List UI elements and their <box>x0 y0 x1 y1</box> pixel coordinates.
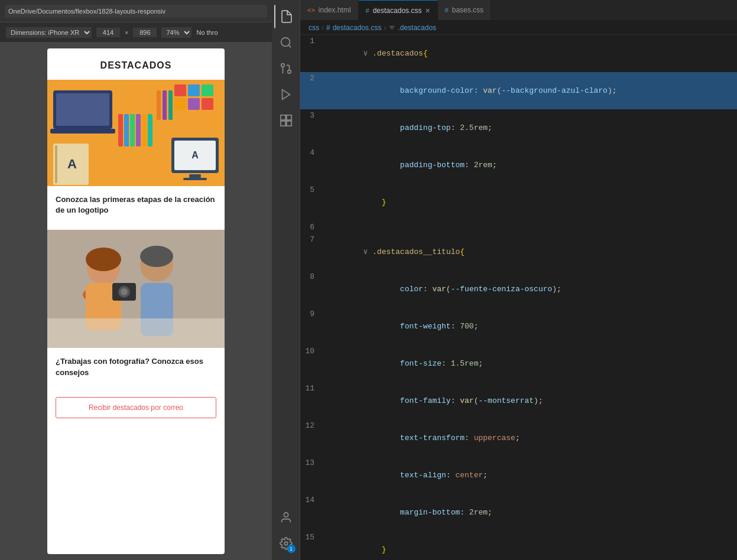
device-bar: Dimensions: iPhone XR × 74% No thro <box>0 22 272 43</box>
svg-text:A: A <box>67 157 77 171</box>
breadcrumb-file: destacados.css <box>333 24 382 32</box>
svg-rect-11 <box>163 90 167 120</box>
card1-text: Conozca las primeras etapas de la creaci… <box>47 186 225 220</box>
times-label: × <box>125 29 128 36</box>
code-line: 7 ∨ .destacados__titulo{ <box>300 233 737 271</box>
code-line: 11 font-family: var(--montserrat); <box>300 382 737 419</box>
breadcrumb-selector: .destacados <box>398 24 436 32</box>
svg-rect-16 <box>174 98 186 110</box>
svg-rect-9 <box>148 114 152 146</box>
svg-rect-2 <box>56 93 109 126</box>
breadcrumb-hash: # <box>326 24 330 32</box>
svg-point-50 <box>284 513 288 517</box>
svg-rect-23 <box>183 178 207 180</box>
html-icon: <> <box>307 6 315 14</box>
throttle-label: No thro <box>196 29 217 36</box>
svg-rect-48 <box>280 121 285 126</box>
svg-point-51 <box>284 542 288 545</box>
svg-point-40 <box>281 38 290 47</box>
left-panel: Dimensions: iPhone XR × 74% No thro DEST… <box>0 0 272 560</box>
code-line: 14 margin-bottom: 2rem; <box>300 494 737 531</box>
svg-rect-7 <box>136 114 141 146</box>
card1-image: A A <box>47 80 225 186</box>
code-line-highlighted: 2 background-color: var(--background-azu… <box>300 72 737 109</box>
svg-rect-5 <box>124 114 129 146</box>
breadcrumb-css: css <box>309 24 319 32</box>
subscribe-button[interactable]: Recibir destacados por correo <box>56 397 216 418</box>
settings-badge: 1 <box>287 545 296 553</box>
svg-rect-18 <box>202 98 213 110</box>
breadcrumb: css › # destacados.css › .destacados <box>300 21 737 35</box>
code-line: 10 font-size: 1.5rem; <box>300 345 737 382</box>
code-line: 15 } <box>300 531 737 560</box>
device-select[interactable]: Dimensions: iPhone XR <box>6 27 92 38</box>
preview-area: DESTACADOS <box>0 43 272 560</box>
svg-rect-14 <box>188 84 200 96</box>
code-line: 8 color: var(--fuente-ceniza-oscuro); <box>300 271 737 308</box>
code-editor[interactable]: 1 ∨ .destacados{ 2 background-color: var… <box>300 35 737 560</box>
svg-rect-46 <box>280 115 285 120</box>
files-icon[interactable] <box>274 5 298 28</box>
code-line: 5 } <box>300 184 737 221</box>
preview-title: DESTACADOS <box>47 48 225 80</box>
card2-illustration <box>47 230 225 348</box>
svg-rect-39 <box>47 318 225 348</box>
code-line: 9 font-weight: 700; <box>300 308 737 345</box>
extensions-icon[interactable] <box>274 109 298 132</box>
svg-point-43 <box>281 64 284 67</box>
activity-bar: 1 <box>272 0 300 560</box>
zoom-select[interactable]: 74% <box>161 27 191 38</box>
width-input[interactable] <box>96 28 120 37</box>
svg-rect-12 <box>168 90 173 120</box>
svg-rect-17 <box>188 98 200 110</box>
svg-marker-45 <box>282 90 290 100</box>
svg-point-35 <box>121 288 128 295</box>
svg-point-37 <box>140 246 173 267</box>
svg-rect-13 <box>174 84 186 96</box>
css-icon-active: # <box>366 7 369 14</box>
settings-icon[interactable]: 1 <box>274 532 298 555</box>
svg-rect-15 <box>202 84 213 96</box>
code-line: 13 text-align: center; <box>300 457 737 494</box>
tab-bases-css[interactable]: # bases.css <box>438 0 491 20</box>
preview-card-2: ¿Trabajas con fotografía? Conozca esos c… <box>47 230 225 382</box>
code-line: 12 text-transform: uppercase; <box>300 419 737 457</box>
height-input[interactable] <box>133 28 157 37</box>
browser-bar <box>0 0 272 22</box>
svg-text:A: A <box>191 150 199 160</box>
git-icon[interactable] <box>274 57 298 80</box>
code-line: 4 padding-bottom: 2rem; <box>300 146 737 184</box>
css-icon-bases: # <box>445 6 449 14</box>
svg-rect-49 <box>286 121 291 126</box>
editor-panel: <> index.html # destacados.css × # bases… <box>300 0 737 560</box>
account-icon[interactable] <box>274 506 298 529</box>
tab-close-button[interactable]: × <box>425 6 430 15</box>
tabs-bar: <> index.html # destacados.css × # bases… <box>300 0 737 21</box>
svg-rect-22 <box>189 174 201 178</box>
card2-text: ¿Trabajas con fotografía? Conozca esos c… <box>47 348 225 382</box>
preview-card-1: A A Conozca las primeras etapas de la cr… <box>47 80 225 220</box>
tab-index-html[interactable]: <> index.html <box>300 0 359 20</box>
svg-rect-10 <box>157 90 161 120</box>
debug-icon[interactable] <box>274 83 298 106</box>
svg-point-42 <box>287 70 291 74</box>
svg-point-30 <box>86 248 121 271</box>
tab-label-index: index.html <box>319 6 351 14</box>
code-line: 1 ∨ .destacados{ <box>300 35 737 72</box>
svg-line-41 <box>288 45 291 47</box>
search-icon[interactable] <box>274 31 298 54</box>
card1-illustration: A A <box>47 80 225 186</box>
url-bar[interactable] <box>5 5 267 18</box>
phone-preview: DESTACADOS <box>47 48 225 554</box>
selector-icon <box>388 24 395 31</box>
svg-rect-25 <box>55 145 57 183</box>
svg-rect-8 <box>142 114 147 146</box>
tab-label-destacados: destacados.css <box>373 6 422 15</box>
svg-rect-4 <box>118 114 123 146</box>
svg-rect-6 <box>130 114 135 146</box>
tab-label-bases: bases.css <box>452 6 483 14</box>
svg-rect-3 <box>50 129 115 134</box>
code-line: 6 <box>300 221 737 233</box>
card2-image <box>47 230 225 348</box>
tab-destacados-css[interactable]: # destacados.css × <box>359 0 438 20</box>
